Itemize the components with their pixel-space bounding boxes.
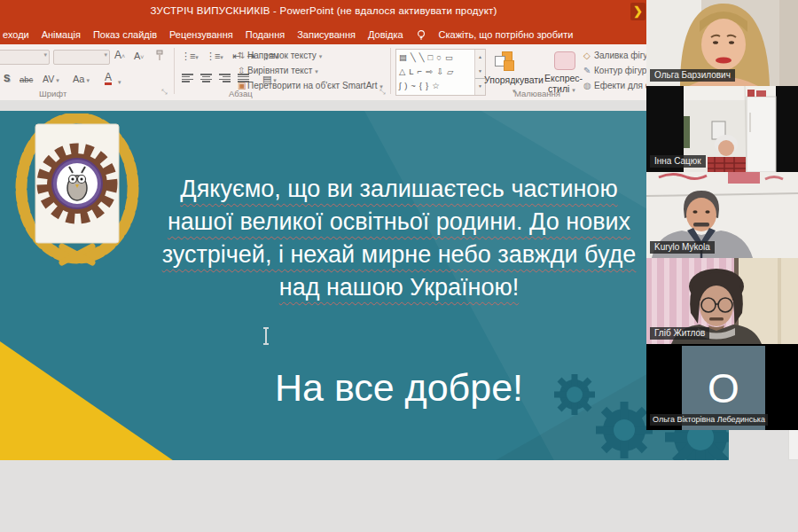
- participant-name-label: Ольга Барзилович: [650, 69, 735, 82]
- slide-canvas[interactable]: Дякуємо, що ви залишаєтесь частиною нашо…: [0, 111, 729, 460]
- strikethrough-button[interactable]: abc: [20, 74, 33, 86]
- shapes-gallery-scrollbar[interactable]: ▲ ▼ ▼: [474, 50, 485, 95]
- shape-outline-button[interactable]: ✎Контур фігури: [583, 66, 652, 75]
- window-control-button[interactable]: ❯: [630, 3, 645, 20]
- arrange-icon: [495, 51, 514, 71]
- meeting-screen: ЗУСТРІЧ ВИПУСКНИКІВ - PowerPoint (не вда…: [0, 0, 798, 532]
- shape-rounded-rect-icon[interactable]: ▭: [445, 52, 453, 62]
- tab-recording[interactable]: Записування: [297, 29, 356, 40]
- shape-arrow-right-icon[interactable]: ⇨: [426, 66, 433, 76]
- slide-text-line: нашої великої освітньої родини. До нових: [80, 206, 718, 239]
- text-direction-button[interactable]: ⇅Напрямок тексту ▾: [238, 51, 322, 60]
- tab-view[interactable]: Подання: [246, 29, 285, 40]
- paragraph-group-label: Абзац: [229, 89, 253, 98]
- tab-animations[interactable]: Анімація: [42, 29, 81, 40]
- shape-elbow-icon[interactable]: L: [409, 66, 413, 76]
- tab-slideshow[interactable]: Показ слайдів: [93, 29, 157, 40]
- slide-body-textbox[interactable]: Дякуємо, що ви залишаєтесь частиною нашо…: [80, 173, 718, 304]
- tab-transitions[interactable]: еходи: [3, 29, 29, 40]
- shape-curve-icon[interactable]: ~: [411, 81, 416, 90]
- slide-text-line: Дякуємо, що ви залишаєтесь частиною: [80, 173, 718, 206]
- ribbon-tab-bar: еходи Анімація Показ слайдів Рецензуванн…: [0, 24, 647, 44]
- participant-name-label: Гліб Житлов: [650, 327, 709, 340]
- shape-brace-left-icon[interactable]: {: [419, 81, 422, 90]
- grow-font-button[interactable]: A˄: [114, 49, 125, 63]
- shrink-font-button[interactable]: A˅: [134, 50, 144, 64]
- shape-arc-icon[interactable]: ): [404, 81, 407, 90]
- convert-smartart-button[interactable]: ▣Перетворити на об'єкт SmartArt ▾: [238, 81, 383, 90]
- font-dialog-launcher[interactable]: ⤡: [161, 86, 167, 98]
- participant-name-label: Kurylo Mykola: [650, 241, 715, 254]
- shapes-gallery[interactable]: ▤ ╲ ╲ □ ○ ▭ △ L ⌐ ⇨ ⇩ ▱ ʃ ) ~ { } ☆: [395, 49, 486, 96]
- tab-review[interactable]: Рецензування: [169, 29, 233, 40]
- shape-rectangle-icon[interactable]: □: [427, 52, 433, 62]
- bullets-button[interactable]: ⋮≡ ▾: [181, 50, 198, 64]
- window-title: ЗУСТРІЧ ВИПУСКНИКІВ - PowerPoint (не вда…: [0, 5, 647, 16]
- quick-styles-button[interactable]: Експрес-: [544, 73, 583, 83]
- numbering-button[interactable]: ⋮≡ ▾: [206, 50, 223, 64]
- change-case-button[interactable]: Aa ▾: [73, 73, 90, 87]
- slide-text-line: зустрічей, і нехай мирне небо завжди буд…: [80, 239, 718, 271]
- participant-name-label: Інна Сацюк: [650, 155, 706, 168]
- tab-help[interactable]: Довідка: [368, 29, 403, 40]
- shape-line-icon[interactable]: ╲: [411, 52, 416, 62]
- participant-tile-inna-satsiuk[interactable]: Інна Сацюк: [646, 86, 798, 172]
- paragraph-dialog-launcher[interactable]: ⤡: [379, 86, 385, 98]
- shape-freeform-icon[interactable]: ʃ: [399, 81, 401, 90]
- arrange-button[interactable]: Упорядкувати: [484, 74, 544, 85]
- text-shadow-button[interactable]: S: [4, 72, 10, 84]
- participant-name-label: Ольга Вікторівна Лебединська: [650, 414, 768, 426]
- slide-text-line: над нашою Україною!: [80, 271, 718, 304]
- avatar-letter: O: [708, 364, 739, 412]
- drawing-group-label: Малювання: [514, 89, 560, 98]
- font-color-caret[interactable]: ▾: [118, 76, 121, 89]
- tell-me-box[interactable]: Скажіть, що потрібно зробити: [439, 29, 574, 40]
- participant-tile-kurylo-mykola[interactable]: Kurylo Mykola: [646, 172, 798, 258]
- participant-tile-olha-lebedynska[interactable]: O Ольга Вікторівна Лебединська: [646, 344, 798, 430]
- shape-elbow-arrow-icon[interactable]: ⌐: [418, 66, 423, 76]
- slide-farewell-textbox[interactable]: На все добре!: [80, 366, 718, 410]
- participant-tile-olha-barzylovych[interactable]: Ольга Барзилович: [646, 0, 798, 86]
- shape-triangle-icon[interactable]: △: [399, 66, 405, 76]
- ibeam-cursor-icon: [261, 326, 271, 346]
- shape-arrow-line-icon[interactable]: ╲: [419, 52, 425, 62]
- character-spacing-button[interactable]: AV ▾: [43, 73, 59, 87]
- align-center-button[interactable]: [200, 74, 212, 82]
- shape-ellipse-icon[interactable]: ○: [436, 52, 442, 62]
- font-group-label: Шрифт: [39, 89, 66, 98]
- quick-styles-icon: [554, 51, 575, 70]
- font-name-combo[interactable]: [0, 50, 50, 65]
- shape-textbox-icon[interactable]: ▤: [399, 52, 407, 62]
- align-right-button[interactable]: [219, 74, 231, 82]
- ribbon: A˄ A˅ S abc AV ▾ Aa ▾ A ▾ Шрифт ⤡ ⋮≡ ▾ ⋮…: [0, 44, 647, 101]
- participant-tile-hlib-zhytlov[interactable]: Гліб Житлов: [646, 258, 798, 344]
- shape-brace-right-icon[interactable]: }: [426, 81, 428, 90]
- font-size-combo[interactable]: [53, 50, 110, 65]
- lightbulb-icon: [416, 29, 426, 40]
- format-painter-icon[interactable]: [154, 50, 165, 61]
- shape-star-icon[interactable]: ☆: [432, 81, 440, 90]
- align-text-button[interactable]: ⇳Вирівняти текст ▾: [238, 66, 318, 75]
- shape-arrow-down-icon[interactable]: ⇩: [436, 66, 443, 76]
- font-color-button[interactable]: A: [105, 72, 112, 85]
- shape-parallelogram-icon[interactable]: ▱: [447, 66, 453, 76]
- align-left-button[interactable]: [182, 74, 193, 82]
